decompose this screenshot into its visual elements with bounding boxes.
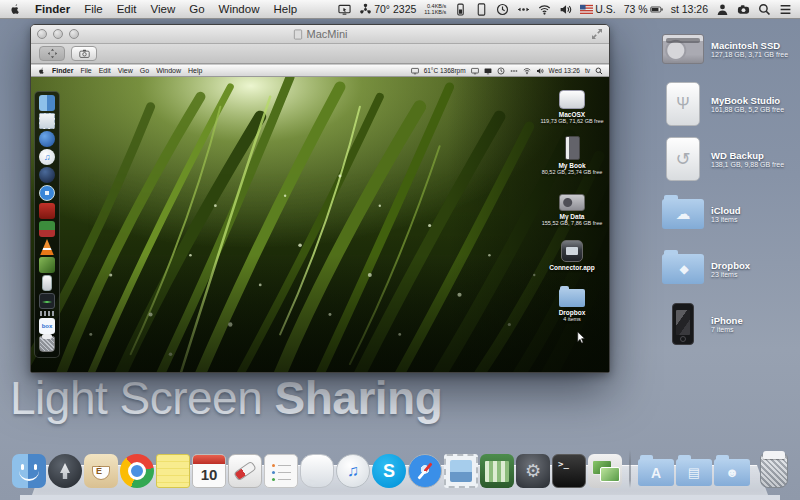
- remote-dock-eyetv-icon[interactable]: [39, 221, 55, 237]
- remote-dock-mail-icon[interactable]: [39, 113, 55, 129]
- remote-dock-trash-icon[interactable]: [39, 336, 55, 352]
- notification-center-menu-extra[interactable]: [779, 3, 792, 16]
- desktop-icon-macintosh-ssd[interactable]: Macintosh SSD127,18 GB, 3,71 GB free: [660, 26, 798, 72]
- remote-desktop-icon-macosx[interactable]: MacOSX119,73 GB, 71,62 GB free: [539, 83, 605, 124]
- dock-mail-icon[interactable]: [444, 454, 478, 488]
- menu-finder[interactable]: Finder: [35, 3, 70, 15]
- dock-reminders-icon[interactable]: [264, 454, 298, 488]
- remote-dock-itunes-icon[interactable]: [39, 149, 55, 165]
- window-titlebar[interactable]: MacMini: [31, 25, 609, 44]
- sync-menu-extra[interactable]: [510, 67, 518, 75]
- dock-skype-icon[interactable]: [372, 454, 406, 488]
- remote-dock-vlc-icon[interactable]: [39, 239, 55, 255]
- remote-desktop-icon-my-book[interactable]: My Book80,52 GB, 25,74 GB free: [539, 134, 605, 175]
- remote-dock-front-row-icon[interactable]: [39, 203, 55, 219]
- volume-menu-extra[interactable]: [536, 67, 544, 75]
- close-button[interactable]: [37, 29, 47, 39]
- remote-dock-activity-monitor-icon[interactable]: [39, 293, 55, 309]
- ipad-battery-menu-extra[interactable]: [475, 3, 488, 16]
- zoom-button[interactable]: [69, 29, 79, 39]
- dock-terminal-icon[interactable]: [552, 454, 586, 488]
- spotlight-menu-extra[interactable]: [758, 3, 771, 16]
- dock-chrome-icon[interactable]: [120, 454, 154, 488]
- remote-dock-box-icon[interactable]: box: [39, 318, 55, 334]
- menu-finder[interactable]: Finder: [52, 67, 73, 74]
- status-wed-13-26[interactable]: Wed 13:26: [549, 67, 580, 74]
- dock-library-app-icon[interactable]: [480, 454, 514, 488]
- iphone-battery-menu-extra[interactable]: [454, 3, 467, 16]
- dock-screen-sharing-icon[interactable]: [588, 454, 622, 488]
- dock-itunes-icon[interactable]: [336, 454, 370, 488]
- status-st-13-26[interactable]: st 13:26: [671, 3, 708, 15]
- desktop-icon-mybook-studio[interactable]: MyBook Studio161,88 GB, 5,2 GB free: [660, 81, 798, 127]
- time-machine-menu-extra[interactable]: [496, 3, 509, 16]
- time-machine-menu-extra[interactable]: [497, 67, 505, 75]
- desktop-icon-icloud[interactable]: iCloud13 items: [660, 191, 798, 237]
- menu-file[interactable]: File: [80, 67, 91, 74]
- dock-folder-documents-icon[interactable]: [676, 459, 712, 486]
- remote-desktop-icon-connector-app[interactable]: Connector.app: [539, 236, 605, 271]
- desktop-icon-wd-backup[interactable]: WD Backup138,1 GB, 9,88 GB free: [660, 136, 798, 182]
- status-61-c-1368rpm[interactable]: 61°C 1368rpm: [424, 67, 466, 74]
- screen-sharing-indicator-menu-extra[interactable]: [338, 3, 351, 16]
- dock-calendar-icon[interactable]: 10: [192, 454, 226, 488]
- remote-dock-safari-icon[interactable]: [39, 185, 55, 201]
- remote-screen[interactable]: FinderFileEditViewGoWindowHelp 61°C 1368…: [31, 65, 609, 372]
- dock-safari-icon[interactable]: [408, 454, 442, 488]
- dock-launchpad-icon[interactable]: [48, 454, 82, 488]
- spotlight-menu-extra[interactable]: [595, 67, 603, 75]
- volume-menu-extra[interactable]: [559, 3, 572, 16]
- wifi-menu-extra[interactable]: [523, 67, 531, 75]
- status-tv[interactable]: tv: [585, 67, 590, 74]
- apple-icon[interactable]: [8, 3, 21, 16]
- remote-dock-remote-app-icon[interactable]: [42, 275, 52, 291]
- dock-utility-app-icon[interactable]: [228, 454, 262, 488]
- icon-label: Dropbox23 items: [711, 260, 750, 278]
- remote-dock-finder-icon[interactable]: [39, 95, 55, 111]
- dock-trash-icon[interactable]: [760, 454, 788, 488]
- dock-coffee-app-icon[interactable]: [84, 454, 118, 488]
- dock-folder-applications-icon[interactable]: [638, 459, 674, 486]
- fullscreen-button[interactable]: [591, 28, 603, 40]
- scale-button[interactable]: [39, 46, 65, 61]
- dock-system-preferences-icon[interactable]: [516, 454, 550, 488]
- minimize-button[interactable]: [53, 29, 63, 39]
- us-flag-menu-extra[interactable]: U.S.: [580, 3, 615, 16]
- display-menu-extra[interactable]: [471, 67, 479, 75]
- apple-icon[interactable]: [37, 67, 45, 75]
- menu-go[interactable]: Go: [140, 67, 149, 74]
- sync-icon: [517, 3, 530, 16]
- remote-dock-network-app-icon[interactable]: [39, 167, 55, 183]
- menu-window[interactable]: Window: [156, 67, 181, 74]
- menu-edit[interactable]: Edit: [99, 67, 111, 74]
- menu-file[interactable]: File: [84, 3, 103, 15]
- dock-messages-icon[interactable]: [300, 454, 334, 488]
- remote-dock-eye-app-icon[interactable]: [39, 131, 55, 147]
- menu-go[interactable]: Go: [189, 3, 204, 15]
- desktop-icon-dropbox[interactable]: Dropbox23 items: [660, 246, 798, 292]
- battery-menu-extra[interactable]: 73 %: [624, 3, 663, 16]
- desktop-menu-extra[interactable]: [484, 67, 492, 75]
- dock-folder-user-icon[interactable]: [714, 459, 750, 486]
- wifi-menu-extra[interactable]: [538, 3, 551, 16]
- display-menu-extra[interactable]: [411, 67, 419, 75]
- menu-help[interactable]: Help: [188, 67, 202, 74]
- status-label: st 13:26: [671, 3, 708, 15]
- menu-view[interactable]: View: [118, 67, 133, 74]
- screenshot-button[interactable]: [71, 46, 97, 61]
- desktop-icon-iphone[interactable]: iPhone7 items: [660, 301, 798, 347]
- menu-edit[interactable]: Edit: [117, 3, 137, 15]
- menu-help[interactable]: Help: [273, 3, 297, 15]
- fan-menu-extra[interactable]: 70° 2325: [359, 3, 416, 16]
- remote-dock-photo-app-icon[interactable]: [39, 257, 55, 273]
- remote-desktop-icon-my-data[interactable]: My Data155,52 GB, 7,86 GB free: [539, 185, 605, 226]
- sync-menu-extra[interactable]: [517, 3, 530, 16]
- menu-view[interactable]: View: [151, 3, 176, 15]
- status-net[interactable]: 0.4KB/s11.1KB/s: [424, 3, 446, 15]
- menu-window[interactable]: Window: [219, 3, 260, 15]
- fast-user-switch-menu-extra[interactable]: [737, 3, 750, 16]
- remote-desktop-icon-dropbox[interactable]: Dropbox4 items: [539, 281, 605, 322]
- dock-stickies-icon[interactable]: [156, 454, 190, 488]
- user-menu-extra[interactable]: [716, 3, 729, 16]
- dock-finder-icon[interactable]: [12, 454, 46, 488]
